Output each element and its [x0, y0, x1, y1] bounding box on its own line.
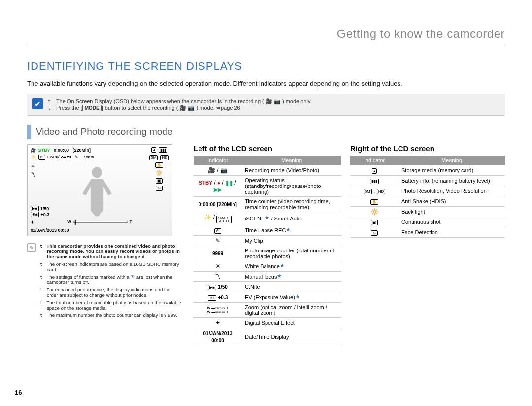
- table-row: ☺ Face Detection: [350, 227, 505, 238]
- intro-paragraph: The available functions vary depending o…: [27, 80, 505, 87]
- photo-counter-indicator: 9999: [194, 246, 242, 261]
- continuous-shot-indicator: ▣: [350, 217, 399, 227]
- table-row: W ▬▭▭▭ TW ▬▭▭▭ T Zoom (optical zoom / in…: [194, 303, 341, 318]
- table-row: 01/JAN/2013 00:00 Date/Time Display: [194, 328, 341, 345]
- datetime-indicator: 01/JAN/2013 00:00: [194, 328, 242, 345]
- resolution-indicator: 5M , HD: [350, 186, 399, 196]
- time-counter: 0:00:00: [54, 148, 69, 153]
- footnote-box: ✎ This camcorder provides one combined v…: [27, 243, 185, 320]
- table-row: ✨ / SMARTAUTO iSCENE★ / Smart Auto: [194, 212, 341, 225]
- face-detection-icon: ☺: [156, 186, 163, 191]
- cnite-icon: ▶■: [31, 206, 39, 211]
- manual-page: Getting to know the camcorder IDENTIFIYI…: [0, 0, 532, 406]
- mode-button-label: MODE: [82, 105, 102, 111]
- check-icon: ✔: [32, 98, 43, 109]
- anti-shake-icon: ✋: [155, 162, 163, 168]
- iscene-icon: ✨: [31, 155, 36, 159]
- timelapse-interval: 1 Sec/ 24 Hr: [47, 155, 72, 159]
- th-indicator: Indicator: [350, 156, 399, 165]
- right-table-heading: Right of the LCD screen: [350, 144, 505, 153]
- table-row: ⏱ Time Lapse REC★: [194, 225, 341, 236]
- myclip-indicator: ✎: [194, 236, 242, 246]
- timelapse-indicator: ⏱: [194, 225, 242, 236]
- top-note-2: Press the [MODE] button to select the re…: [48, 105, 312, 111]
- table-row: STBY / ● / ❚❚ / ▶▶ Operating status (sta…: [194, 176, 341, 197]
- table-row: ▣ Continuous shot: [350, 217, 505, 227]
- zoom-tele-label: T: [130, 219, 132, 224]
- top-note-box: ✔ The On Screen Display (OSD) below appe…: [27, 94, 505, 116]
- anti-shake-indicator: ✋: [350, 196, 399, 207]
- myclip-icon: ✎: [74, 155, 78, 159]
- lcd-datetime: 01/JAN/2013 00:00: [31, 228, 69, 233]
- subject-silhouette: [60, 161, 134, 220]
- column-right-table: Right of the LCD screen Indicator Meanin…: [350, 144, 505, 238]
- page-ref-icon: ➥: [216, 105, 221, 111]
- manual-focus-icon: 〽: [31, 172, 36, 178]
- subsection-heading: Video and Photo recording mode: [27, 125, 505, 139]
- zoom-indicator-row: W ▬▭▭▭ TW ▬▭▭▭ T: [194, 303, 242, 318]
- right-indicator-table: Indicator Meaning ◂ Storage media (memor…: [350, 156, 505, 238]
- chapter-title: Getting to know the camcorder: [27, 27, 505, 46]
- table-row: 🔆 Back light: [350, 207, 505, 217]
- table-row: 9999 Photo image counter (total number o…: [194, 246, 341, 261]
- zoom-indicator: W T: [67, 219, 132, 224]
- shutter-value: 1/50: [40, 206, 49, 211]
- backlight-icon: 🔆: [156, 170, 163, 176]
- table-row: ✋ Anti-Shake (HDIS): [350, 196, 505, 207]
- th-indicator: Indicator: [194, 156, 242, 165]
- photo-res-icon: 5M: [149, 155, 158, 160]
- photo-counter: 9999: [84, 155, 94, 159]
- table-row: 0:00:00 [220Min] Time counter (video rec…: [194, 197, 341, 212]
- table-row: ▮▮▮ Battery info. (remaining battery lev…: [350, 176, 505, 186]
- content-columns: 🎥 STBY 0:00:00 [220Min] ✨ ⏱ 1 Sec/ 24 Hr…: [27, 144, 505, 345]
- footnote-5: The total number of recordable photos is…: [40, 300, 185, 311]
- star-icon: ★: [131, 273, 135, 279]
- storage-icon: ◂: [151, 147, 156, 153]
- pencil-note-icon: ✎: [27, 243, 36, 252]
- lcd-left-icon-column: ☀ 〽: [31, 163, 36, 178]
- page-number: 16: [15, 389, 22, 396]
- footnote-list: This camcorder provides one combined vid…: [40, 243, 185, 320]
- table-row: ☀ White Balance★: [194, 261, 341, 272]
- dse-indicator: ✦: [194, 318, 242, 328]
- table-row: 🎥 / 📷 Recording mode (Video/Photo): [194, 165, 341, 176]
- footnote-1: This camcorder provides one combined vid…: [40, 243, 185, 259]
- dse-icon: ✦: [31, 220, 34, 225]
- cnite-indicator: ▶■ 1/50: [194, 282, 242, 292]
- backlight-indicator: 🔆: [350, 207, 399, 217]
- ev-icon: ☀±: [31, 212, 39, 217]
- table-row: 〽 Manual focus★: [194, 272, 341, 282]
- standby-status: STBY: [38, 148, 50, 153]
- ev-value: +0.3: [40, 212, 49, 217]
- operating-status-icons: STBY / ● / ❚❚ / ▶▶: [194, 176, 242, 197]
- white-balance-indicator: ☀: [194, 261, 242, 272]
- footnote-6: The maximum number the photo counter can…: [40, 312, 185, 318]
- timelapse-icon: ⏱: [38, 155, 45, 160]
- left-indicator-table: Indicator Meaning 🎥 / 📷 Recording mode (…: [194, 156, 341, 345]
- table-row: 5M , HD Photo Resolution, Video Resoluti…: [350, 186, 505, 196]
- time-counter-indicator: 0:00:00 [220Min]: [194, 197, 242, 212]
- lcd-right-icon-column: ◂ ▮▮▮ 5M HD ✋ 🔆 ▣ ☺: [149, 147, 169, 191]
- th-meaning: Meaning: [399, 156, 505, 165]
- footnote-4: For enhanced performance, the display in…: [40, 287, 185, 298]
- recording-mode-icon: 🎥 / 📷: [194, 165, 242, 176]
- video-icon: 🎥 📷: [179, 105, 195, 111]
- ev-indicator: ☀± +0.3: [194, 292, 242, 303]
- battery-icon: ▮▮▮: [159, 147, 167, 153]
- video-res-icon: HD: [160, 155, 169, 160]
- left-table-heading: Left of the LCD screen: [194, 144, 341, 153]
- zoom-wide-label: W: [67, 219, 71, 224]
- camera-mode-icon: 🎥: [31, 148, 36, 153]
- footnote-2: The on-screen indicators are based on a …: [40, 261, 185, 272]
- footnote-3: The settings of functions marked with a …: [40, 274, 185, 285]
- battery-indicator: ▮▮▮: [350, 176, 399, 186]
- top-note-list: The On Screen Display (OSD) below appear…: [48, 98, 312, 111]
- section-title: IDENTIFIYING THE SCREEN DISPLAYS: [27, 60, 505, 73]
- top-note-1: The On Screen Display (OSD) below appear…: [48, 98, 312, 105]
- table-row: ☀± +0.3 EV (Exposure Value)★: [194, 292, 341, 303]
- white-balance-icon: ☀: [31, 163, 36, 170]
- remaining-time: [220Min]: [73, 148, 91, 153]
- storage-indicator: ◂: [350, 165, 399, 176]
- column-lcd-and-notes: 🎥 STBY 0:00:00 [220Min] ✨ ⏱ 1 Sec/ 24 Hr…: [27, 144, 185, 320]
- iscene-indicator: ✨ / SMARTAUTO: [194, 212, 242, 225]
